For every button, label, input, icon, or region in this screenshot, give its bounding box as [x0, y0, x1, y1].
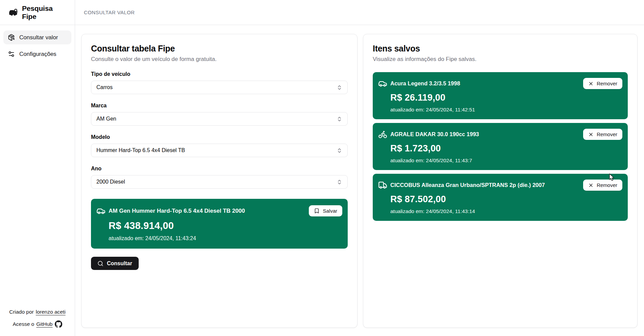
topbar: CONSULTAR VALOR: [75, 0, 644, 25]
app-logo: Pesquisa Fipe: [0, 0, 75, 25]
consult-subtitle: Consulte o valor de um veículo de forma …: [91, 56, 348, 63]
content: Consultar tabela Fipe Consulte o valor d…: [75, 25, 644, 336]
settings-sliders-icon: [8, 50, 15, 58]
access-text: Acesse o: [13, 321, 34, 327]
consultar-button[interactable]: Consultar: [91, 257, 139, 270]
field-marca: Marca AM Gen: [91, 103, 348, 126]
close-icon: [588, 81, 594, 86]
app-title: Pesquisa Fipe: [22, 4, 66, 21]
github-link[interactable]: GitHub: [36, 321, 52, 327]
saved-price: R$ 26.119,00: [390, 92, 622, 103]
sidebar-item-configuracoes[interactable]: Configurações: [3, 47, 71, 61]
car-icon: [96, 206, 106, 215]
chevrons-up-down-icon: [337, 148, 342, 153]
consult-card: Consultar tabela Fipe Consulte o valor d…: [81, 34, 358, 328]
saved-price: R$ 1.723,00: [390, 143, 622, 154]
motorcycle-icon: [378, 130, 387, 139]
consult-title: Consultar tabela Fipe: [91, 44, 348, 54]
sidebar-item-label: Configurações: [19, 51, 56, 58]
saved-vehicle-name: AGRALE DAKAR 30.0 190cc 1993: [390, 131, 479, 138]
author-link[interactable]: lorenzo aceti: [36, 309, 66, 315]
consultar-button-label: Consultar: [107, 260, 132, 267]
saved-subtitle: Visualize as informações do Fipe salvas.: [373, 56, 628, 63]
saved-vehicle-name: CICCOBUS Alleanza Gran Urbano/SPTRANS 2p…: [390, 182, 545, 189]
package-search-icon: [8, 34, 15, 41]
modelo-select[interactable]: Hummer Hard-Top 6.5 4x4 Diesel TB: [91, 144, 348, 157]
saved-title: Itens salvos: [373, 44, 628, 54]
remove-button-label: Remover: [597, 182, 617, 188]
saved-updated-at: atualizado em: 24/05/2024, 11:43:7: [390, 158, 622, 164]
field-label: Tipo de veículo: [91, 71, 348, 77]
saved-list: Acura Legend 3.2/3.5 1998 Remover R$ 26.…: [373, 72, 628, 221]
result-price: R$ 438.914,00: [109, 220, 342, 231]
select-value: Carros: [96, 84, 113, 90]
field-ano: Ano 2000 Diesel: [91, 166, 348, 189]
main-area: CONSULTAR VALOR Consultar tabela Fipe Co…: [75, 0, 644, 336]
remove-button-label: Remover: [597, 131, 617, 137]
field-tipo-de-veiculo: Tipo de veículo Carros: [91, 71, 348, 94]
field-label: Modelo: [91, 134, 348, 140]
car-search-logo-icon: [9, 8, 18, 17]
sidebar-nav: Consultar valor Configurações: [0, 25, 75, 66]
chevrons-up-down-icon: [337, 179, 342, 185]
sidebar: Pesquisa Fipe Consultar valor: [0, 0, 75, 336]
save-button[interactable]: Salvar: [309, 205, 342, 216]
remove-button[interactable]: Remover: [583, 78, 622, 89]
result-vehicle-name: AM Gen Hummer Hard-Top 6.5 4x4 Diesel TB…: [109, 207, 245, 214]
bookmark-icon: [314, 208, 320, 214]
remove-button-label: Remover: [597, 81, 617, 86]
saved-items-card: Itens salvos Visualize as informações do…: [363, 34, 638, 328]
saved-updated-at: atualizado em: 24/05/2024, 11:42:51: [390, 107, 622, 113]
marca-select[interactable]: AM Gen: [91, 112, 348, 126]
sidebar-item-label: Consultar valor: [19, 34, 58, 41]
close-icon: [588, 183, 594, 188]
chevrons-up-down-icon: [337, 116, 342, 122]
github-icon[interactable]: [55, 320, 62, 328]
bus-icon: [378, 181, 387, 190]
created-by-text: Criado por: [9, 309, 33, 315]
field-modelo: Modelo Hummer Hard-Top 6.5 4x4 Diesel TB: [91, 134, 348, 157]
saved-updated-at: atualizado em: 24/05/2024, 11:43:14: [390, 208, 622, 214]
saved-item: CICCOBUS Alleanza Gran Urbano/SPTRANS 2p…: [373, 174, 628, 221]
remove-button[interactable]: Remover: [583, 129, 622, 140]
field-label: Ano: [91, 166, 348, 172]
created-by-line: Criado por lorenzo aceti: [9, 309, 65, 315]
close-icon: [588, 132, 594, 137]
remove-button[interactable]: Remover: [583, 180, 622, 191]
ano-select[interactable]: 2000 Diesel: [91, 175, 348, 189]
saved-price: R$ 87.502,00: [390, 194, 622, 205]
field-label: Marca: [91, 103, 348, 109]
car-icon: [378, 79, 387, 88]
saved-item: Acura Legend 3.2/3.5 1998 Remover R$ 26.…: [373, 72, 628, 119]
select-value: 2000 Diesel: [96, 179, 125, 185]
saved-vehicle-name: Acura Legend 3.2/3.5 1998: [390, 80, 460, 87]
select-value: Hummer Hard-Top 6.5 4x4 Diesel TB: [96, 147, 185, 153]
github-line: Acesse o GitHub: [13, 320, 62, 328]
save-button-label: Salvar: [323, 208, 337, 214]
chevrons-up-down-icon: [337, 85, 342, 90]
sidebar-item-consultar-valor[interactable]: Consultar valor: [3, 30, 71, 44]
fipe-result-card: AM Gen Hummer Hard-Top 6.5 4x4 Diesel TB…: [91, 199, 348, 249]
sidebar-footer: Criado por lorenzo aceti Acesse o GitHub: [0, 303, 75, 336]
breadcrumb: CONSULTAR VALOR: [84, 9, 135, 15]
result-updated-at: atualizado em: 24/05/2024, 11:43:24: [109, 235, 342, 241]
select-value: AM Gen: [96, 116, 116, 122]
tipo-de-veiculo-select[interactable]: Carros: [91, 81, 348, 94]
saved-item: AGRALE DAKAR 30.0 190cc 1993 Remover R$ …: [373, 123, 628, 170]
search-icon: [97, 260, 104, 267]
